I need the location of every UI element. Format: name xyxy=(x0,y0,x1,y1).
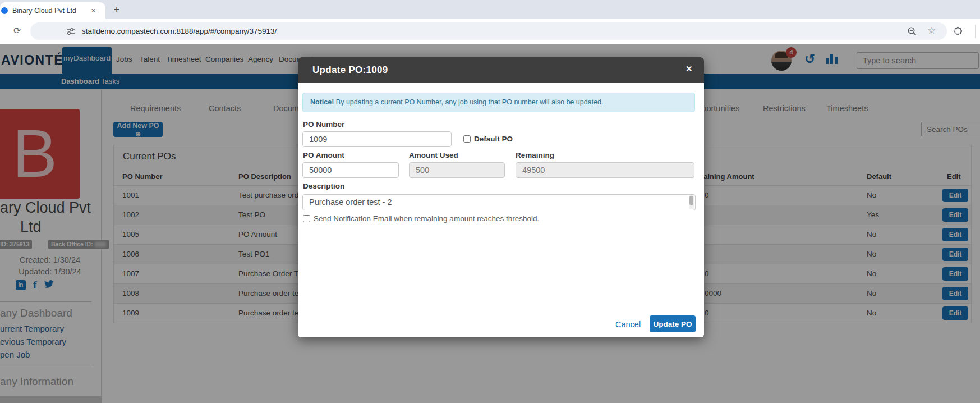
update-po-button[interactable]: Update PO xyxy=(650,315,696,332)
browser-tab[interactable]: Binary Cloud Pvt Ltd ✕ xyxy=(0,2,105,19)
modal-title: Update PO:1009 xyxy=(312,65,388,76)
cancel-button[interactable]: Cancel xyxy=(615,320,641,329)
tab-favicon-icon xyxy=(1,7,8,14)
notice-bold: Notice! xyxy=(310,98,334,106)
address-bar[interactable]: staffdemo.compastech.com:8188/app/#/comp… xyxy=(30,22,947,40)
po-number-input[interactable] xyxy=(302,131,452,147)
default-po-label: Default PO xyxy=(474,135,513,143)
extensions-puzzle-icon[interactable] xyxy=(954,26,964,39)
default-po-checkbox[interactable] xyxy=(463,135,471,143)
browser-tab-strip: Binary Cloud Pvt Ltd ✕ + xyxy=(0,0,980,19)
site-settings-icon[interactable] xyxy=(66,27,75,38)
toolbar-separator xyxy=(975,25,976,38)
update-po-modal: Update PO:1009 ✕ Notice! By updating a c… xyxy=(298,57,704,337)
po-number-label: PO Number xyxy=(303,120,344,129)
amount-used-input xyxy=(409,162,505,178)
remaining-input xyxy=(516,162,694,178)
textarea-scrollbar[interactable] xyxy=(689,195,694,209)
tab-close-icon[interactable]: ✕ xyxy=(91,7,96,15)
close-icon[interactable]: ✕ xyxy=(685,64,693,74)
notification-checkbox[interactable] xyxy=(303,215,310,222)
new-tab-button[interactable]: + xyxy=(110,3,123,16)
notice-banner: Notice! By updating a current PO Number,… xyxy=(302,93,695,112)
browser-toolbar: ‹ ⟳ staffdemo.compastech.com:8188/app/#/… xyxy=(0,19,980,44)
page: Binary Cloud Pvt Ltd ✕ + ‹ ⟳ staffdemo.c… xyxy=(0,0,980,403)
notification-label: Send Notification Email when remaining a… xyxy=(314,214,539,223)
description-label: Description xyxy=(303,182,344,190)
reload-icon[interactable]: ⟳ xyxy=(13,25,21,36)
tab-title: Binary Cloud Pvt Ltd xyxy=(12,7,90,15)
notice-text: By updating a current PO Number, any job… xyxy=(334,98,603,106)
remaining-label: Remaining xyxy=(516,151,554,159)
bookmark-star-icon[interactable]: ☆ xyxy=(927,25,936,36)
modal-header: Update PO:1009 ✕ xyxy=(298,57,704,83)
description-textarea[interactable]: Purchase order test - 2 xyxy=(302,194,696,210)
po-amount-input[interactable] xyxy=(302,162,399,178)
po-amount-label: PO Amount xyxy=(303,151,344,159)
zoom-indicator-icon[interactable] xyxy=(907,26,917,39)
url-text[interactable]: staffdemo.compastech.com:8188/app/#/comp… xyxy=(82,27,277,35)
amount-used-label: Amount Used xyxy=(409,151,458,159)
